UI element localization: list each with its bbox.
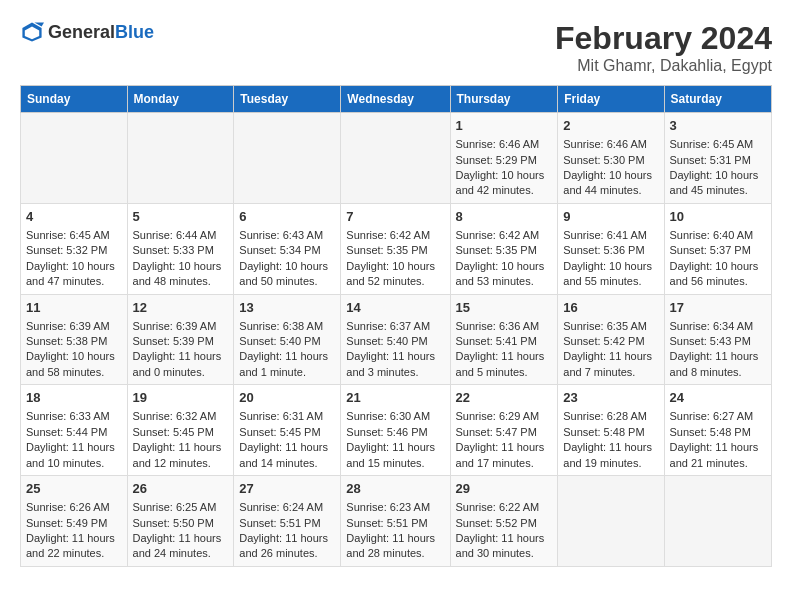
day-info: Daylight: 11 hours and 26 minutes. <box>239 531 335 562</box>
calendar-cell: 26Sunrise: 6:25 AMSunset: 5:50 PMDayligh… <box>127 476 234 567</box>
day-info: Sunset: 5:45 PM <box>239 425 335 440</box>
day-info: Daylight: 11 hours and 28 minutes. <box>346 531 444 562</box>
day-info: Sunrise: 6:30 AM <box>346 409 444 424</box>
day-info: Sunset: 5:41 PM <box>456 334 553 349</box>
day-info: Sunrise: 6:33 AM <box>26 409 122 424</box>
day-info: Sunrise: 6:46 AM <box>456 137 553 152</box>
day-header-wednesday: Wednesday <box>341 86 450 113</box>
day-number: 11 <box>26 299 122 317</box>
day-info: Sunrise: 6:27 AM <box>670 409 766 424</box>
day-info: Sunrise: 6:25 AM <box>133 500 229 515</box>
day-number: 9 <box>563 208 658 226</box>
day-info: Sunrise: 6:40 AM <box>670 228 766 243</box>
day-number: 15 <box>456 299 553 317</box>
calendar-cell: 14Sunrise: 6:37 AMSunset: 5:40 PMDayligh… <box>341 294 450 385</box>
day-info: Sunrise: 6:42 AM <box>346 228 444 243</box>
day-info: Sunrise: 6:42 AM <box>456 228 553 243</box>
day-number: 6 <box>239 208 335 226</box>
day-header-friday: Friday <box>558 86 664 113</box>
calendar-cell: 12Sunrise: 6:39 AMSunset: 5:39 PMDayligh… <box>127 294 234 385</box>
calendar-week-row: 1Sunrise: 6:46 AMSunset: 5:29 PMDaylight… <box>21 113 772 204</box>
logo: GeneralBlue <box>20 20 154 44</box>
calendar-cell: 22Sunrise: 6:29 AMSunset: 5:47 PMDayligh… <box>450 385 558 476</box>
day-header-monday: Monday <box>127 86 234 113</box>
day-info: Sunrise: 6:34 AM <box>670 319 766 334</box>
calendar-cell: 13Sunrise: 6:38 AMSunset: 5:40 PMDayligh… <box>234 294 341 385</box>
month-year-title: February 2024 <box>555 20 772 57</box>
day-info: Daylight: 11 hours and 10 minutes. <box>26 440 122 471</box>
day-info: Sunset: 5:29 PM <box>456 153 553 168</box>
day-info: Sunset: 5:35 PM <box>456 243 553 258</box>
day-info: Sunrise: 6:24 AM <box>239 500 335 515</box>
day-number: 4 <box>26 208 122 226</box>
day-number: 16 <box>563 299 658 317</box>
day-info: Daylight: 11 hours and 19 minutes. <box>563 440 658 471</box>
logo-icon <box>20 20 44 44</box>
calendar-cell: 23Sunrise: 6:28 AMSunset: 5:48 PMDayligh… <box>558 385 664 476</box>
day-number: 1 <box>456 117 553 135</box>
calendar-cell <box>127 113 234 204</box>
day-info: Daylight: 10 hours and 45 minutes. <box>670 168 766 199</box>
day-info: Daylight: 11 hours and 7 minutes. <box>563 349 658 380</box>
calendar-cell: 11Sunrise: 6:39 AMSunset: 5:38 PMDayligh… <box>21 294 128 385</box>
day-info: Sunset: 5:43 PM <box>670 334 766 349</box>
day-info: Sunset: 5:39 PM <box>133 334 229 349</box>
calendar-cell: 7Sunrise: 6:42 AMSunset: 5:35 PMDaylight… <box>341 203 450 294</box>
calendar-week-row: 18Sunrise: 6:33 AMSunset: 5:44 PMDayligh… <box>21 385 772 476</box>
calendar-cell: 20Sunrise: 6:31 AMSunset: 5:45 PMDayligh… <box>234 385 341 476</box>
day-number: 2 <box>563 117 658 135</box>
calendar-cell: 25Sunrise: 6:26 AMSunset: 5:49 PMDayligh… <box>21 476 128 567</box>
day-info: Daylight: 10 hours and 50 minutes. <box>239 259 335 290</box>
day-info: Sunrise: 6:28 AM <box>563 409 658 424</box>
calendar-cell: 3Sunrise: 6:45 AMSunset: 5:31 PMDaylight… <box>664 113 771 204</box>
logo-wordmark: GeneralBlue <box>48 22 154 43</box>
calendar-cell: 1Sunrise: 6:46 AMSunset: 5:29 PMDaylight… <box>450 113 558 204</box>
day-info: Sunrise: 6:46 AM <box>563 137 658 152</box>
day-number: 13 <box>239 299 335 317</box>
day-info: Sunrise: 6:41 AM <box>563 228 658 243</box>
calendar-cell: 18Sunrise: 6:33 AMSunset: 5:44 PMDayligh… <box>21 385 128 476</box>
day-info: Daylight: 10 hours and 48 minutes. <box>133 259 229 290</box>
day-info: Sunrise: 6:32 AM <box>133 409 229 424</box>
calendar-cell: 29Sunrise: 6:22 AMSunset: 5:52 PMDayligh… <box>450 476 558 567</box>
day-info: Sunset: 5:47 PM <box>456 425 553 440</box>
day-info: Sunrise: 6:45 AM <box>26 228 122 243</box>
logo-blue: Blue <box>115 22 154 42</box>
day-info: Sunset: 5:49 PM <box>26 516 122 531</box>
day-info: Sunrise: 6:38 AM <box>239 319 335 334</box>
calendar-cell <box>21 113 128 204</box>
day-number: 18 <box>26 389 122 407</box>
day-info: Sunrise: 6:29 AM <box>456 409 553 424</box>
day-info: Sunset: 5:30 PM <box>563 153 658 168</box>
day-header-saturday: Saturday <box>664 86 771 113</box>
day-info: Sunrise: 6:39 AM <box>26 319 122 334</box>
day-info: Daylight: 10 hours and 58 minutes. <box>26 349 122 380</box>
calendar-cell <box>558 476 664 567</box>
day-number: 21 <box>346 389 444 407</box>
day-number: 25 <box>26 480 122 498</box>
calendar-cell: 8Sunrise: 6:42 AMSunset: 5:35 PMDaylight… <box>450 203 558 294</box>
calendar-week-row: 11Sunrise: 6:39 AMSunset: 5:38 PMDayligh… <box>21 294 772 385</box>
title-area: February 2024 Mit Ghamr, Dakahlia, Egypt <box>555 20 772 75</box>
calendar-cell: 24Sunrise: 6:27 AMSunset: 5:48 PMDayligh… <box>664 385 771 476</box>
day-info: Daylight: 10 hours and 42 minutes. <box>456 168 553 199</box>
calendar-header-row: SundayMondayTuesdayWednesdayThursdayFrid… <box>21 86 772 113</box>
calendar-cell: 15Sunrise: 6:36 AMSunset: 5:41 PMDayligh… <box>450 294 558 385</box>
calendar-cell: 4Sunrise: 6:45 AMSunset: 5:32 PMDaylight… <box>21 203 128 294</box>
day-info: Sunrise: 6:39 AM <box>133 319 229 334</box>
day-info: Sunrise: 6:26 AM <box>26 500 122 515</box>
day-info: Sunset: 5:35 PM <box>346 243 444 258</box>
day-info: Sunset: 5:51 PM <box>239 516 335 531</box>
day-info: Sunset: 5:40 PM <box>346 334 444 349</box>
day-info: Sunrise: 6:44 AM <box>133 228 229 243</box>
day-info: Daylight: 11 hours and 12 minutes. <box>133 440 229 471</box>
calendar-cell: 10Sunrise: 6:40 AMSunset: 5:37 PMDayligh… <box>664 203 771 294</box>
day-info: Daylight: 11 hours and 24 minutes. <box>133 531 229 562</box>
day-info: Daylight: 10 hours and 53 minutes. <box>456 259 553 290</box>
day-info: Sunset: 5:37 PM <box>670 243 766 258</box>
calendar-cell: 5Sunrise: 6:44 AMSunset: 5:33 PMDaylight… <box>127 203 234 294</box>
calendar-cell: 16Sunrise: 6:35 AMSunset: 5:42 PMDayligh… <box>558 294 664 385</box>
day-header-sunday: Sunday <box>21 86 128 113</box>
day-header-thursday: Thursday <box>450 86 558 113</box>
day-number: 17 <box>670 299 766 317</box>
